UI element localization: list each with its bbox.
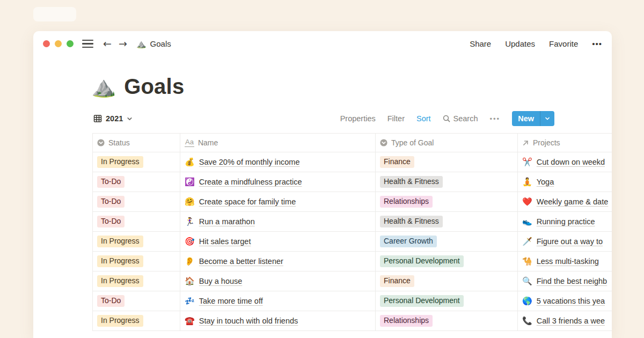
status-cell[interactable]: To-Do: [92, 192, 180, 211]
project-page-link[interactable]: Weekly game & date: [537, 197, 609, 206]
project-emoji-icon: 🧘: [522, 177, 532, 187]
projects-cell[interactable]: 🌎 5 vacations this yea: [518, 291, 612, 311]
column-header-name[interactable]: AaName: [180, 134, 376, 152]
name-cell[interactable]: ☎️ Stay in touch with old friends: [180, 311, 376, 330]
status-cell[interactable]: In Progress: [92, 271, 180, 291]
toolbar-more-button[interactable]: •••: [490, 115, 501, 123]
type-of-goal-cell[interactable]: Relationships: [376, 192, 518, 211]
projects-cell[interactable]: ❤️ Weekly game & date: [518, 192, 612, 211]
projects-cell[interactable]: ✂️ Cut down on weekd: [518, 152, 612, 172]
goals-table: Status AaName Type of Goal Projects In P…: [92, 133, 612, 331]
goal-page-link[interactable]: Create space for family time: [199, 197, 296, 206]
breadcrumb[interactable]: ⛰️ Goals: [136, 39, 171, 49]
favorite-button[interactable]: Favorite: [549, 39, 578, 48]
name-cell[interactable]: 🏃‍♀️ Run a marathon: [180, 212, 376, 231]
back-button[interactable]: ←: [103, 39, 112, 49]
project-emoji-icon: 🌎: [522, 296, 532, 306]
column-header-projects[interactable]: Projects: [518, 134, 612, 152]
type-of-goal-cell[interactable]: Finance: [376, 271, 518, 291]
status-cell[interactable]: In Progress: [92, 311, 180, 330]
search-button[interactable]: Search: [443, 114, 478, 123]
zoom-window-button[interactable]: [67, 40, 74, 47]
sidebar-menu-icon[interactable]: [82, 40, 93, 48]
new-button-dropdown[interactable]: [540, 111, 554, 126]
table-row: In Progress 🏠 Buy a house Finance 🔍 Find…: [92, 271, 612, 291]
type-of-goal-cell[interactable]: Finance: [376, 152, 518, 172]
type-of-goal-cell[interactable]: Health & Fitness: [376, 172, 518, 192]
status-cell[interactable]: To-Do: [92, 212, 180, 231]
project-page-link[interactable]: Find the best neighb: [537, 277, 607, 285]
goal-emoji-icon: 🏠: [185, 276, 195, 286]
project-page-link[interactable]: Cut down on weekd: [537, 158, 605, 166]
status-cell[interactable]: In Progress: [92, 152, 180, 172]
status-badge: To-Do: [97, 295, 125, 307]
status-badge: In Progress: [97, 255, 143, 268]
goal-page-link[interactable]: Become a better listener: [199, 257, 283, 266]
project-emoji-icon: 👟: [522, 217, 532, 226]
sort-button[interactable]: Sort: [416, 114, 431, 123]
type-badge: Finance: [380, 275, 414, 288]
select-property-icon: [380, 139, 387, 146]
properties-button[interactable]: Properties: [340, 114, 376, 123]
name-cell[interactable]: 👂 Become a better listener: [180, 252, 376, 271]
goal-emoji-icon: 🤗: [185, 197, 195, 207]
type-of-goal-cell[interactable]: Personal Development: [376, 291, 518, 311]
name-cell[interactable]: 🎯 Hit sales target: [180, 232, 376, 251]
window-titlebar: ← → ⛰️ Goals ShareUpdatesFavorite•••: [33, 31, 612, 56]
status-cell[interactable]: To-Do: [92, 291, 180, 311]
select-property-icon: [97, 139, 105, 146]
minimize-window-button[interactable]: [55, 40, 62, 47]
type-of-goal-cell[interactable]: Relationships: [376, 311, 518, 330]
goal-page-link[interactable]: Create a mindfulness practice: [199, 178, 302, 186]
project-page-link[interactable]: Figure out a way to: [537, 237, 603, 246]
project-page-link[interactable]: Running practice: [537, 217, 595, 226]
titlebar-actions: ShareUpdatesFavorite•••: [470, 39, 602, 48]
title-property-icon: Aa: [185, 138, 194, 147]
name-cell[interactable]: ☯️ Create a mindfulness practice: [180, 172, 376, 192]
projects-cell[interactable]: 👟 Running practice: [518, 212, 612, 231]
name-cell[interactable]: 💤 Take more time off: [180, 291, 376, 311]
filter-button[interactable]: Filter: [387, 114, 405, 123]
goal-page-link[interactable]: Stay in touch with old friends: [199, 317, 298, 325]
close-window-button[interactable]: [43, 40, 50, 47]
type-of-goal-cell[interactable]: Career Growth: [376, 232, 518, 251]
type-of-goal-cell[interactable]: Health & Fitness: [376, 212, 518, 231]
more-button[interactable]: •••: [592, 39, 602, 48]
page-title: Goals: [124, 75, 184, 99]
goal-page-link[interactable]: Save 20% of monthly income: [199, 158, 300, 166]
type-badge: Relationships: [380, 315, 433, 327]
status-cell[interactable]: In Progress: [92, 232, 180, 251]
share-button[interactable]: Share: [470, 39, 491, 48]
projects-cell[interactable]: 🗡️ Figure out a way to: [518, 232, 612, 251]
projects-cell[interactable]: 📞 Call 3 friends a wee: [518, 311, 612, 330]
name-cell[interactable]: 💰 Save 20% of monthly income: [180, 152, 376, 172]
goal-page-link[interactable]: Take more time off: [199, 297, 263, 305]
type-badge: Personal Development: [380, 255, 464, 268]
name-cell[interactable]: 🤗 Create space for family time: [180, 192, 376, 211]
type-of-goal-cell[interactable]: Personal Development: [376, 252, 518, 271]
goal-page-link[interactable]: Buy a house: [199, 277, 243, 285]
project-page-link[interactable]: Yoga: [537, 178, 554, 186]
projects-cell[interactable]: 🧘 Yoga: [518, 172, 612, 192]
project-page-link[interactable]: Call 3 friends a wee: [537, 317, 605, 325]
updates-button[interactable]: Updates: [505, 39, 535, 48]
traffic-lights: [43, 40, 74, 47]
project-page-link[interactable]: 5 vacations this yea: [537, 297, 605, 305]
column-header-status[interactable]: Status: [92, 134, 180, 152]
projects-cell[interactable]: 🐪 Less multi-tasking: [518, 252, 612, 271]
project-page-link[interactable]: Less multi-tasking: [537, 257, 599, 266]
goal-page-link[interactable]: Run a marathon: [199, 217, 255, 226]
new-button[interactable]: New: [512, 111, 554, 126]
table-row: In Progress 🎯 Hit sales target Career Gr…: [92, 232, 612, 252]
goal-page-link[interactable]: Hit sales target: [199, 237, 251, 246]
view-switcher[interactable]: 2021: [93, 114, 133, 123]
table-body: In Progress 💰 Save 20% of monthly income…: [92, 152, 612, 331]
status-cell[interactable]: To-Do: [92, 172, 180, 192]
background-window-edge: [33, 7, 76, 21]
forward-button[interactable]: →: [119, 39, 127, 49]
column-header-type-of-goal[interactable]: Type of Goal: [376, 134, 518, 152]
projects-cell[interactable]: 🔍 Find the best neighb: [518, 271, 612, 291]
name-cell[interactable]: 🏠 Buy a house: [180, 271, 376, 291]
breadcrumb-page-title: Goals: [150, 39, 171, 48]
status-cell[interactable]: In Progress: [92, 252, 180, 271]
